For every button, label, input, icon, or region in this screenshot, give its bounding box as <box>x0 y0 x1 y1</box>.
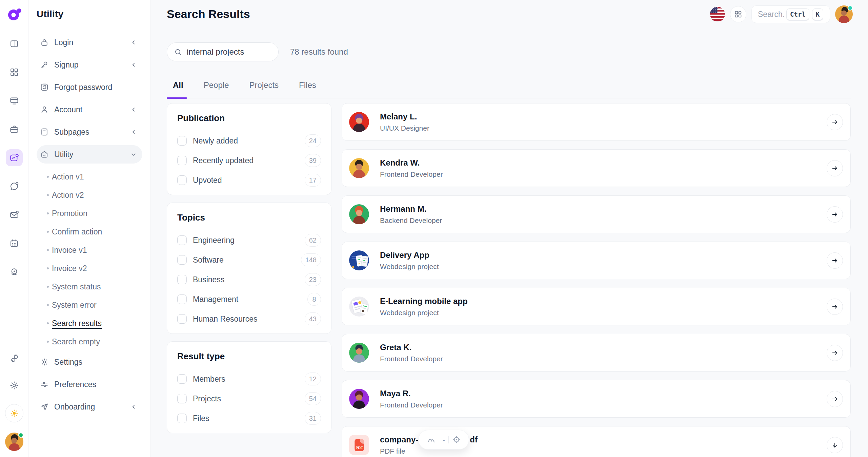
sidebar-item-subpages[interactable]: Subpages <box>37 123 142 141</box>
analytics-chart-icon[interactable] <box>6 149 23 166</box>
lock-icon <box>40 38 49 47</box>
apps-launcher-button[interactable] <box>730 6 746 22</box>
open-result-button[interactable] <box>827 114 843 130</box>
result-tabs: All People Projects Files <box>167 80 851 98</box>
sidebar-item-label: Login <box>54 38 130 47</box>
filter-card-result-type: Result type Members 12 Projects 54 Files <box>167 341 331 433</box>
checkbox-recently-updated[interactable] <box>177 156 187 165</box>
sidebar-item-label: Forgot password <box>54 83 137 92</box>
sidebar-item-label: Settings <box>54 358 137 367</box>
checkbox-human-resources[interactable] <box>177 314 187 324</box>
results-column: Melany L. UI/UX Designer Kendra W. Front… <box>342 103 851 457</box>
panels-icon[interactable] <box>6 35 23 52</box>
count-badge: 17 <box>305 174 321 187</box>
open-result-button[interactable] <box>827 345 843 361</box>
filter-option: Software 148 <box>177 250 321 270</box>
chat-bubble-icon[interactable] <box>6 178 23 195</box>
topbar: Ctrl K <box>710 5 853 23</box>
brand-logo-icon[interactable] <box>6 7 22 24</box>
sidebar-item-onboarding[interactable]: Onboarding <box>37 398 142 416</box>
result-subtitle: Frontend Developer <box>380 170 827 178</box>
sidebar-item-settings[interactable]: Settings <box>37 353 142 371</box>
pdf-label: PDF <box>356 445 363 450</box>
chevron-left-icon <box>130 403 137 411</box>
apps-grid-icon <box>734 10 742 18</box>
result-subtitle: Backend Developer <box>380 216 827 225</box>
calendar-icon[interactable] <box>6 235 23 252</box>
filter-title: Publication <box>177 113 321 123</box>
sidebar-subitem-search-empty[interactable]: Search empty <box>37 332 142 351</box>
download-result-button[interactable] <box>827 437 843 453</box>
result-body: Maya R. Frontend Developer <box>380 388 827 409</box>
online-status-dot <box>18 433 23 438</box>
sidebar-subitem-promotion[interactable]: Promotion <box>37 204 142 223</box>
arrow-right-icon <box>831 257 839 264</box>
kbd-ctrl: Ctrl <box>786 8 809 20</box>
sidebar-subitem-invoice-v2[interactable]: Invoice v2 <box>37 259 142 278</box>
crosshair-target-icon[interactable] <box>452 435 461 444</box>
count-badge: 43 <box>305 312 321 325</box>
theme-toggle-sun-icon[interactable] <box>5 404 23 422</box>
sidebar-item-login[interactable]: Login <box>37 33 142 52</box>
sidebar-item-signup[interactable]: Signup <box>37 56 142 74</box>
language-flag-icon[interactable] <box>710 7 725 22</box>
filter-title: Topics <box>177 212 321 223</box>
checkbox-files[interactable] <box>177 414 187 423</box>
checkbox-upvoted[interactable] <box>177 175 187 185</box>
sidebar-item-account[interactable]: Account <box>37 100 142 119</box>
design-shapes-icon[interactable] <box>6 350 23 367</box>
sidebar-item-label: Preferences <box>54 380 137 389</box>
count-badge: 8 <box>307 293 321 306</box>
sidebar-subitem-system-error[interactable]: System error <box>37 296 142 314</box>
sidebar-subitem-system-status[interactable]: System status <box>37 278 142 296</box>
tab-projects[interactable]: Projects <box>249 80 279 90</box>
result-subtitle: UI/UX Designer <box>380 124 827 132</box>
checkbox-software[interactable] <box>177 255 187 265</box>
result-body: Melany L. UI/UX Designer <box>380 112 827 132</box>
open-result-button[interactable] <box>827 252 843 269</box>
global-search-input[interactable] <box>758 10 784 19</box>
result-row-greta: Greta K. Frontend Developer <box>342 334 851 372</box>
flag-canton <box>710 7 718 13</box>
checkbox-management[interactable] <box>177 294 187 304</box>
sidebar-subitem-invoice-v1[interactable]: Invoice v1 <box>37 241 142 259</box>
sidebar-subitem-search-results[interactable]: Search results <box>37 314 142 332</box>
sidebar-item-label: Onboarding <box>54 402 130 412</box>
rail-user-avatar[interactable] <box>5 433 23 451</box>
result-row-hermann: Hermann M. Backend Developer <box>342 195 851 233</box>
briefcase-icon[interactable] <box>6 121 23 138</box>
chevron-left-icon <box>130 128 137 136</box>
open-result-button[interactable] <box>827 299 843 315</box>
sidebar-item-forgot-password[interactable]: Forgot password <box>37 78 142 96</box>
checkbox-newly-added[interactable] <box>177 136 187 146</box>
filename-prefix: company- <box>380 435 418 445</box>
sidebar-item-label: Account <box>54 105 130 114</box>
mail-icon[interactable] <box>6 206 23 223</box>
tab-files[interactable]: Files <box>299 80 316 90</box>
open-result-button[interactable] <box>827 391 843 407</box>
sidebar-subitem-confirm-action[interactable]: Confirm action <box>37 223 142 241</box>
sidebar-item-utility[interactable]: Utility <box>37 145 142 164</box>
banner-card-icon[interactable] <box>6 92 23 109</box>
main-content: Ctrl K Search Results 78 results found A… <box>151 0 868 457</box>
topbar-user-avatar[interactable] <box>835 5 853 23</box>
checkbox-projects[interactable] <box>177 394 187 403</box>
checkbox-engineering[interactable] <box>177 235 187 245</box>
count-badge: 62 <box>305 234 321 247</box>
settings-gear-icon[interactable] <box>6 377 23 394</box>
open-result-button[interactable] <box>827 206 843 223</box>
checkbox-members[interactable] <box>177 374 187 384</box>
sidebar-item-preferences[interactable]: Preferences <box>37 375 142 394</box>
apps-grid-icon[interactable] <box>6 64 23 81</box>
mountains-image-icon[interactable] <box>427 435 436 444</box>
result-body: Hermann M. Backend Developer <box>380 204 827 225</box>
tab-all[interactable]: All <box>173 80 183 90</box>
sidebar-subitem-action-v2[interactable]: Action v2 <box>37 186 142 204</box>
tab-people[interactable]: People <box>204 80 229 90</box>
search-query-input[interactable] <box>187 47 292 57</box>
sidebar-subitem-action-v1[interactable]: Action v1 <box>37 168 142 186</box>
tracker-icon[interactable] <box>6 263 23 280</box>
hover-pill-slot: - <box>418 435 470 445</box>
checkbox-business[interactable] <box>177 275 187 284</box>
open-result-button[interactable] <box>827 160 843 176</box>
